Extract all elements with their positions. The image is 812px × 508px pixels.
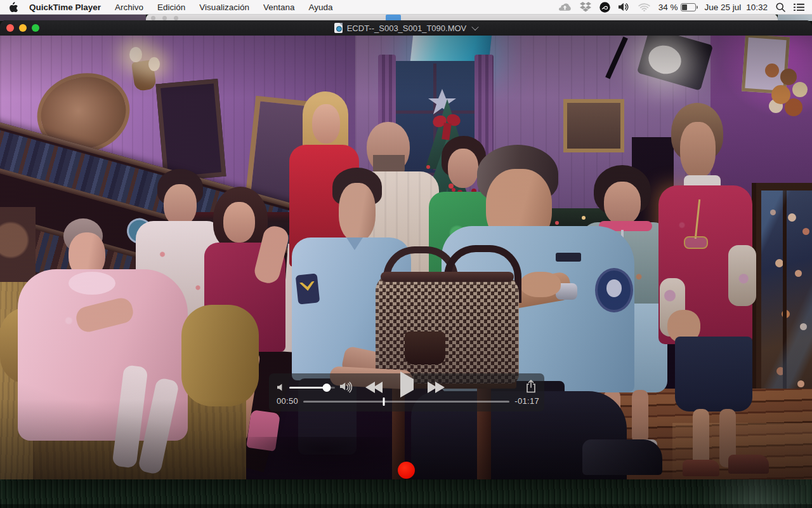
apple-icon [9, 2, 18, 12]
green-woman-face [448, 149, 478, 188]
play-button[interactable] [400, 379, 414, 391]
creative-cloud-icon[interactable] [599, 2, 610, 13]
dropbox-icon[interactable] [580, 2, 591, 12]
icloud-upload-icon[interactable] [558, 3, 572, 11]
volume-knob[interactable] [323, 384, 331, 392]
black-shoe [582, 439, 662, 475]
dried-flowers [759, 51, 812, 121]
video-frame[interactable]: 00:50 -01:17 [0, 36, 812, 479]
movie-file-icon [334, 23, 343, 33]
fast-forward-button[interactable] [428, 382, 445, 393]
zoom-button[interactable] [32, 24, 39, 32]
young-man-face [164, 184, 197, 226]
menu-clock[interactable]: Jue 25 jul 10:32 [704, 3, 768, 12]
quicktime-window: ECDT--_S003_S001_T090.MOV [0, 20, 812, 479]
menu-item-ayuda[interactable]: Ayuda [301, 3, 339, 12]
red-cursor-dot [398, 462, 415, 479]
volume-slider[interactable] [289, 387, 335, 389]
battery-status[interactable]: 34 % [658, 3, 697, 12]
floral-woman-face [604, 182, 641, 225]
name-tag [556, 253, 581, 262]
playhead[interactable] [383, 398, 384, 406]
battery-percent-label: 34 % [658, 3, 678, 12]
menu-item-archivo[interactable]: Archivo [108, 3, 150, 12]
tree-baubles [426, 165, 430, 169]
menu-bar: QuickTime Player Archivo Edición Visuali… [0, 0, 812, 15]
maroon-woman-face [223, 202, 255, 243]
battery-icon [681, 3, 696, 11]
volume-icon[interactable] [619, 3, 630, 11]
time-label: 10:32 [746, 3, 768, 12]
elder-woman-face [680, 122, 716, 178]
window-titlebar[interactable]: ECDT--_S003_S001_T090.MOV [0, 20, 812, 36]
menu-item-visualizacion[interactable]: Visualización [192, 3, 256, 12]
ff-triangle-2 [435, 382, 445, 393]
volume-max-icon[interactable] [340, 382, 353, 393]
rewind-triangle-2 [373, 382, 383, 393]
sconce-bulb-1 [129, 47, 142, 62]
rewind-button[interactable] [365, 382, 383, 393]
hanging-glasses [684, 236, 708, 249]
houndstooth-bag [376, 274, 519, 384]
leaning-mirror [155, 79, 226, 182]
battery-nub [697, 6, 698, 9]
floral-woman-leg-2 [632, 390, 648, 443]
spotlight-search-icon[interactable] [776, 3, 785, 12]
bag-top-rim [381, 272, 514, 282]
date-label: Jue 25 jul [704, 3, 741, 12]
wifi-icon[interactable] [638, 3, 650, 11]
blonde-face [312, 104, 340, 144]
brown-sandal-1 [683, 460, 719, 476]
remaining-time: -01:17 [511, 396, 539, 406]
menu-item-ventana[interactable]: Ventana [256, 3, 302, 12]
desktop-wallpaper [0, 479, 812, 508]
play-triangle [400, 371, 414, 398]
table-shadow [228, 437, 419, 479]
inactive-close-icon [151, 16, 155, 20]
volume-min-icon[interactable] [277, 384, 285, 391]
elapsed-time: 00:50 [277, 396, 298, 406]
officer-hand [520, 272, 561, 297]
armchair-right-arm [181, 305, 259, 406]
menu-item-edicion[interactable]: Edición [150, 3, 192, 12]
menu-app-name[interactable]: QuickTime Player [23, 3, 108, 12]
robe-collar [69, 272, 115, 295]
tree-star [428, 89, 457, 116]
chevron-patch [296, 273, 320, 304]
apple-menu[interactable] [8, 2, 23, 12]
volume-fill [289, 387, 327, 389]
window-title: ECDT--_S003_S001_T090.MOV [347, 23, 467, 33]
sconce-bulb-2 [148, 57, 160, 71]
playback-controls: 00:50 -01:17 [269, 373, 544, 411]
bag-front-flap [405, 331, 445, 364]
notification-center-icon[interactable] [794, 3, 804, 11]
close-button[interactable] [6, 24, 14, 32]
brown-sandal-2 [728, 455, 769, 474]
floral-sleeve-2 [728, 245, 756, 306]
navy-skirt [675, 337, 752, 411]
battery-fill [682, 4, 686, 10]
round-patch [595, 268, 633, 312]
courier-face [339, 183, 376, 241]
inactive-minimize-icon [162, 16, 167, 20]
minimize-button[interactable] [19, 24, 27, 32]
share-icon[interactable] [525, 380, 537, 393]
inactive-zoom-icon [174, 16, 178, 20]
scrubber-track[interactable] [303, 401, 509, 403]
chevron-down-icon[interactable] [472, 23, 479, 30]
wall-picture [563, 99, 624, 152]
